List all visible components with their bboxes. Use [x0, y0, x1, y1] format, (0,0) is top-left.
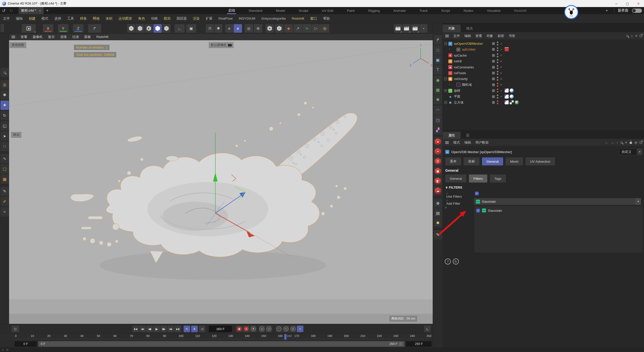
brush-tool-icon[interactable]: ✎	[1, 187, 9, 196]
render-picture-viewer-button[interactable]	[403, 24, 411, 33]
add-layout-button[interactable]: +	[603, 8, 611, 13]
menu-Redshift[interactable]: Redshift	[292, 17, 304, 20]
layer-square[interactable]	[492, 48, 495, 51]
snap-frames-toggle[interactable]: A	[191, 326, 198, 332]
layout-tab-rigging[interactable]: Rigging	[361, 7, 387, 14]
attributes-menu-编辑[interactable]: 编辑	[464, 140, 471, 145]
expander-icon[interactable]: −	[444, 77, 447, 80]
lock-x-axis-button[interactable]: X	[43, 24, 53, 33]
object-manager-menu-burger-icon[interactable]	[445, 35, 449, 37]
object-row-xpOpenVDBMesher[interactable]: −∞xpOpenVDBMesher✓	[443, 41, 644, 47]
visibility-dots[interactable]	[497, 83, 498, 87]
attr-tab-mesh[interactable]: Mesh	[506, 157, 523, 165]
sketch-pen-tool-icon[interactable]: ✐	[1, 197, 9, 206]
menu-网格[interactable]: 网格	[93, 16, 100, 21]
enable-state-icon[interactable]: ✓	[500, 48, 503, 51]
add-document-tab-button[interactable]: +	[44, 8, 51, 13]
attributes-menu-模式[interactable]: 模式	[453, 140, 460, 145]
enable-state-icon[interactable]: ×	[500, 71, 502, 75]
object-manager-tab-场次[interactable]: 场次	[461, 25, 478, 32]
keyframe-presets-button[interactable]: ⊘	[266, 326, 272, 332]
layer-square[interactable]	[492, 77, 495, 80]
menu-渲染[interactable]: 渲染	[193, 16, 200, 21]
record-pla-toggle[interactable]: ×	[297, 326, 303, 332]
timeline-ruler[interactable]: 0102030405060708090100110120130140150160…	[0, 333, 433, 340]
tweak-tool-icon[interactable]: ✱	[1, 90, 9, 100]
object-label[interactable]: nxKill	[454, 59, 462, 63]
spline-rectangle-icon[interactable]: □	[434, 46, 442, 55]
reload-button[interactable]: ↻	[453, 258, 459, 265]
menu-RealFlow[interactable]: RealFlow	[219, 17, 233, 20]
visibility-dots[interactable]	[497, 89, 498, 93]
enable-state-icon[interactable]: ×	[500, 60, 502, 63]
object-label[interactable]: xpEmitter	[462, 48, 476, 51]
status-menu-icon[interactable]: ≡	[2, 348, 4, 351]
object-manager-menu-文件[interactable]: 文件	[453, 34, 460, 38]
transform-tool-icon[interactable]: ➤	[1, 131, 9, 141]
object-row-nxFluids[interactable]: ≈nxFluids×	[443, 70, 644, 76]
redshift-environment-icon[interactable]: ☁	[434, 186, 442, 195]
viewport-menu-摄像机[interactable]: 摄像机	[33, 35, 43, 39]
visibility-dots[interactable]	[497, 41, 498, 46]
viewport-menu-面板[interactable]: 面板	[84, 35, 91, 39]
enable-state-icon[interactable]: ✓	[500, 42, 503, 46]
object-label[interactable]: 立方体	[454, 100, 464, 105]
enable-state-icon[interactable]: ×	[500, 77, 502, 81]
object-manager-menu-标签[interactable]: 标签	[498, 34, 504, 38]
maximize-button[interactable]: ▢	[622, 0, 633, 7]
object-row-平面[interactable]: ◆平面✓	[443, 94, 644, 100]
layer-square[interactable]	[492, 66, 495, 69]
layout-tab-script[interactable]: Script	[434, 7, 457, 14]
attr-subtab-filters[interactable]: Filters	[469, 174, 487, 183]
minimize-button[interactable]: ─	[611, 0, 622, 7]
layer-square[interactable]	[492, 54, 495, 57]
document-tab-close-icon[interactable]: ×	[39, 9, 41, 13]
viewport[interactable]: Y X Z 透视视图 Number of emitters: 1 Total l…	[9, 40, 433, 324]
menu-窗口[interactable]: 窗口	[310, 16, 317, 21]
target-tool-button[interactable]: ◎	[320, 24, 329, 33]
range-grip[interactable]	[399, 342, 402, 346]
corner-tag-icon[interactable]	[505, 89, 509, 93]
object-row-立方体[interactable]: +▦立方体	[443, 100, 644, 105]
enable-state-icon[interactable]: ✓	[500, 89, 503, 93]
redshift-proxy-icon[interactable]: ◧	[434, 176, 442, 186]
attr-tab-general[interactable]: General	[482, 157, 503, 165]
object-label[interactable]: xpOpenVDBMesher	[454, 42, 483, 46]
object-manager-menu-对象[interactable]: 对象	[487, 34, 493, 38]
grid-snap-lock-button[interactable]: #	[234, 24, 242, 33]
render-view-button[interactable]	[394, 24, 402, 33]
cache-tag-icon[interactable]	[505, 47, 509, 51]
add-filter-dropdown-arrow[interactable]: ▼	[635, 198, 641, 205]
snap-magnet-button[interactable]: U	[206, 24, 214, 33]
new-ui-toggle[interactable]	[632, 9, 642, 13]
menu-扩展[interactable]: 扩展	[206, 16, 213, 21]
next-key-button[interactable]: ●▶	[168, 326, 174, 332]
visibility-dots[interactable]	[497, 71, 498, 75]
redshift-material-icon[interactable]: ●	[434, 137, 442, 146]
redshift-dome-light-icon[interactable]: ◓	[434, 147, 442, 156]
uvw-tag-icon[interactable]	[510, 100, 514, 104]
layout-tab-model[interactable]: Model	[269, 7, 292, 14]
menu-选择[interactable]: 选择	[54, 16, 61, 21]
filter-list-row[interactable]: ✓└Gaussian	[476, 208, 640, 213]
material-tag-icon[interactable]	[515, 100, 519, 104]
expander-icon[interactable]: −	[444, 42, 447, 45]
next-frame-button[interactable]: ▮▶	[160, 326, 167, 332]
object-manager-popout-icon[interactable]	[640, 35, 642, 37]
menu-创建[interactable]: 创建	[29, 16, 35, 21]
model-mode-button[interactable]	[153, 24, 162, 33]
attributes-up-icon[interactable]: ↑	[617, 141, 618, 144]
primitive-objects-tool-icon[interactable]: ▦	[1, 174, 9, 184]
object-row-nxGravity[interactable]: −◉nxGravity×	[443, 76, 644, 82]
object-label[interactable]: 放样	[454, 89, 460, 93]
bend-deformer-icon[interactable]: ◠	[434, 106, 442, 115]
menu-INSYDIUM[interactable]: INSYDIUM	[239, 17, 255, 20]
quantize-grid-button[interactable]: #	[225, 24, 233, 33]
visibility-dots[interactable]	[497, 53, 498, 57]
attr-tab-基本[interactable]: 基本	[445, 157, 461, 165]
attributes-menu-burger-icon[interactable]	[445, 141, 449, 144]
enable-state-icon[interactable]: ×	[500, 65, 502, 69]
instance-icon[interactable]: ◳	[434, 115, 442, 125]
layer-square[interactable]	[492, 72, 495, 74]
menu-工具[interactable]: 工具	[67, 16, 74, 21]
